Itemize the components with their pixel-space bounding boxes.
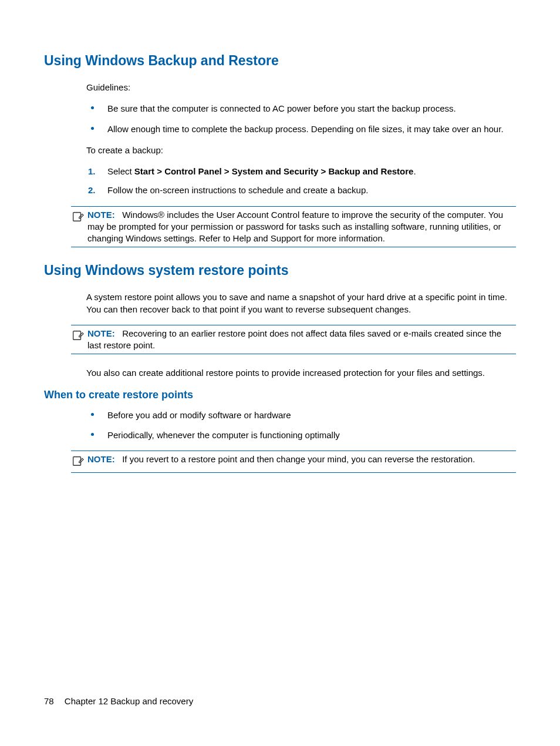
section-backup-restore: Using Windows Backup and Restore Guideli… <box>44 53 516 247</box>
note-text: Windows® includes the User Account Contr… <box>87 210 503 244</box>
note-box: NOTE: Recovering to an earlier restore p… <box>71 325 516 355</box>
list-item-text: Periodically, whenever the computer is f… <box>107 430 340 440</box>
note-label: NOTE: <box>87 454 115 464</box>
note-label: NOTE: <box>87 210 115 220</box>
note-icon <box>71 210 85 226</box>
list-item-text: Before you add or modify software or har… <box>107 410 291 420</box>
when-create-list: Before you add or modify software or har… <box>86 409 516 442</box>
bullet-icon <box>91 413 94 416</box>
heading-backup-restore: Using Windows Backup and Restore <box>44 53 516 69</box>
steps-list: 1. Select Start > Control Panel > System… <box>86 166 516 197</box>
list-item: Before you add or modify software or har… <box>86 409 516 421</box>
bullet-icon <box>91 106 94 109</box>
page-footer: 78 Chapter 12 Backup and recovery <box>44 696 193 706</box>
bullet-icon <box>91 127 94 130</box>
list-item-text: Be sure that the computer is connected t… <box>107 103 456 113</box>
guidelines-list: Be sure that the computer is connected t… <box>86 103 516 135</box>
note-text: If you revert to a restore point and the… <box>122 454 475 464</box>
list-item-text: Allow enough time to complete the backup… <box>107 124 504 134</box>
section-restore-points: Using Windows system restore points A sy… <box>44 263 516 473</box>
note-icon <box>71 328 85 344</box>
heading-restore-points: Using Windows system restore points <box>44 263 516 278</box>
step-number: 2. <box>88 184 96 196</box>
list-item: Allow enough time to complete the backup… <box>86 123 516 135</box>
note-icon <box>71 454 85 470</box>
list-item: 2. Follow the on-screen instructions to … <box>86 184 516 196</box>
step-text-bold: Start > Control Panel > System and Secur… <box>134 166 414 176</box>
step-number: 1. <box>88 166 96 177</box>
note-box: NOTE: Windows® includes the User Account… <box>71 206 516 248</box>
restore-points-intro: A system restore point allows you to sav… <box>86 291 516 315</box>
chapter-label: Chapter 12 Backup and recovery <box>65 696 193 706</box>
note-text: Recovering to an earlier restore point d… <box>87 328 501 350</box>
step-text-prefix: Select <box>107 166 134 176</box>
guidelines-label: Guidelines: <box>86 82 516 93</box>
subheading-when-create: When to create restore points <box>44 389 516 401</box>
step-text-suffix: . <box>413 166 416 176</box>
note-label: NOTE: <box>87 328 115 338</box>
list-item: Be sure that the computer is connected t… <box>86 103 516 115</box>
list-item: 1. Select Start > Control Panel > System… <box>86 166 516 177</box>
note-box: NOTE: If you revert to a restore point a… <box>71 451 516 473</box>
list-item: Periodically, whenever the computer is f… <box>86 429 516 441</box>
note-body: NOTE: If you revert to a restore point a… <box>87 453 516 465</box>
step-text-prefix: Follow the on-screen instructions to sch… <box>107 185 368 195</box>
additional-restore-points: You also can create additional restore p… <box>86 367 516 379</box>
page-number: 78 <box>44 696 54 706</box>
note-body: NOTE: Windows® includes the User Account… <box>87 209 516 245</box>
create-backup-label: To create a backup: <box>86 145 516 156</box>
bullet-icon <box>91 433 94 436</box>
note-body: NOTE: Recovering to an earlier restore p… <box>87 328 516 352</box>
